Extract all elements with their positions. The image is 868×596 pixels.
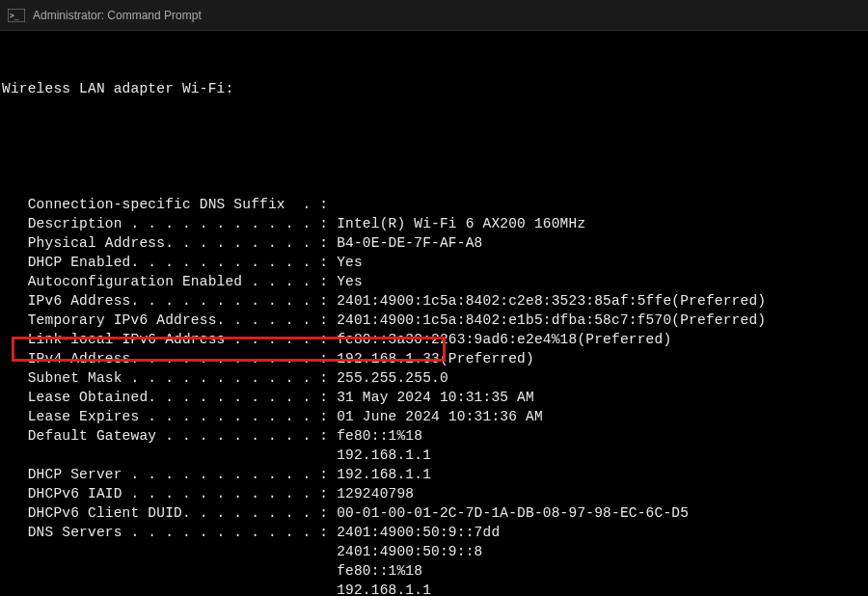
svg-text:>_: >_ [10,12,19,20]
terminal-line: Subnet Mask . . . . . . . . . . . : 255.… [2,368,868,388]
terminal-line: Connection-specific DNS Suffix . : [2,195,868,214]
cmd-icon: >_ [8,9,25,22]
terminal-line: Description . . . . . . . . . . . : Inte… [2,214,868,233]
window-title: Administrator: Command Prompt [33,9,202,22]
terminal-line: DNS Servers . . . . . . . . . . . : 2401… [2,523,868,542]
terminal-line: Link-local IPv6 Address . . . . . : fe80… [2,330,868,349]
adapter-header: Wireless LAN adapter Wi-Fi: [2,79,868,98]
terminal-line: 192.168.1.1 [2,581,868,596]
blank-line [2,137,868,156]
terminal-line: DHCP Server . . . . . . . . . . . : 192.… [2,465,868,484]
terminal-line: 2401:4900:50:9::8 [2,542,868,561]
terminal-line: 192.168.1.1 [2,446,868,465]
terminal-container: Wireless LAN adapter Wi-Fi: Connection-s… [0,31,868,596]
terminal-line: Lease Obtained. . . . . . . . . . : 31 M… [2,388,868,407]
terminal-line: Temporary IPv6 Address. . . . . . : 2401… [2,311,868,330]
terminal-line: DHCPv6 Client DUID. . . . . . . . : 00-0… [2,503,868,523]
terminal-line: Default Gateway . . . . . . . . . : fe80… [2,426,868,446]
terminal-line: IPv6 Address. . . . . . . . . . . : 2401… [2,291,868,311]
titlebar: >_ Administrator: Command Prompt [0,0,868,31]
terminal-line: Autoconfiguration Enabled . . . . : Yes [2,272,868,291]
terminal-line: Physical Address. . . . . . . . . : B4-0… [2,233,868,253]
terminal-line: DHCPv6 IAID . . . . . . . . . . . : 1292… [2,484,868,503]
terminal-line: IPv4 Address. . . . . . . . . . . : 192.… [2,349,868,368]
terminal-output[interactable]: Wireless LAN adapter Wi-Fi: Connection-s… [0,31,868,596]
terminal-line: fe80::1%18 [2,561,868,581]
terminal-line: DHCP Enabled. . . . . . . . . . . : Yes [2,253,868,272]
terminal-line: Lease Expires . . . . . . . . . . : 01 J… [2,407,868,426]
